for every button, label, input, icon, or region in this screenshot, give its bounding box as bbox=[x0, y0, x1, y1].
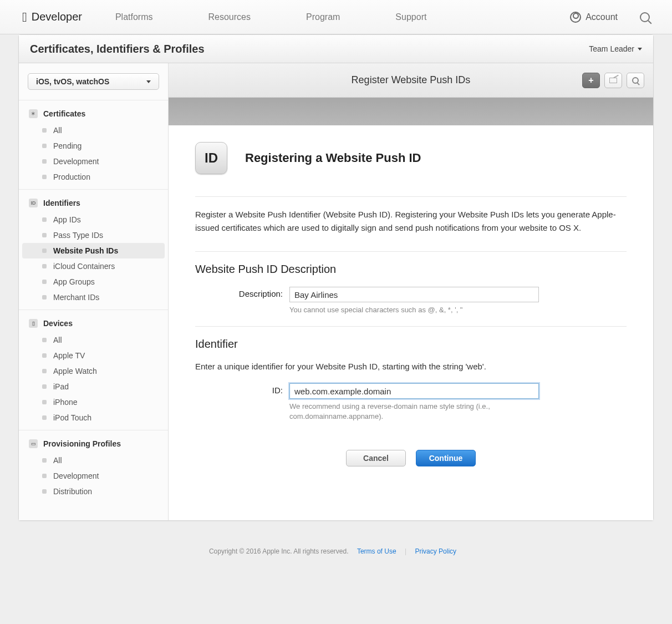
sidebar-item-website-push-ids[interactable]: Website Push IDs bbox=[22, 243, 165, 258]
bullet-icon bbox=[42, 264, 47, 268]
sidebar-item-dev-all[interactable]: All bbox=[22, 332, 165, 348]
bullet-icon bbox=[42, 144, 47, 148]
sidebar-item-app-ids[interactable]: App IDs bbox=[22, 212, 165, 227]
continue-button[interactable]: Continue bbox=[416, 450, 476, 466]
bullet-icon bbox=[42, 175, 47, 179]
privacy-link[interactable]: Privacy Policy bbox=[415, 547, 456, 555]
document-icon: ▭ bbox=[29, 439, 38, 448]
top-nav-links: Platforms Resources Program Support bbox=[115, 12, 570, 22]
plus-icon: + bbox=[588, 75, 593, 85]
sidebar-head-certificates: ✶ Certificates bbox=[19, 105, 168, 123]
main-panel: Certificates, Identifiers & Profiles Tea… bbox=[18, 34, 654, 521]
brand-label[interactable]: Developer bbox=[32, 11, 82, 23]
description-section-title: Website Push ID Description bbox=[195, 263, 627, 276]
button-row: Cancel Continue bbox=[195, 450, 627, 466]
account-label: Account bbox=[586, 12, 618, 22]
bullet-icon bbox=[42, 217, 47, 222]
platform-label: iOS, tvOS, watchOS bbox=[36, 77, 109, 86]
description-row: Description: You cannot use special char… bbox=[195, 287, 627, 315]
sidebar-item-dev-applewatch[interactable]: Apple Watch bbox=[22, 363, 165, 379]
chevron-down-icon bbox=[146, 80, 151, 83]
nav-program[interactable]: Program bbox=[306, 12, 340, 22]
bullet-icon bbox=[42, 295, 47, 300]
bullet-icon bbox=[42, 369, 47, 373]
sidebar-item-app-groups[interactable]: App Groups bbox=[22, 274, 165, 290]
identifier-subtext: Enter a unique identifier for your Websi… bbox=[195, 362, 627, 371]
sidebar-item-merchant-ids[interactable]: Merchant IDs bbox=[22, 290, 165, 305]
search-icon[interactable] bbox=[640, 12, 650, 22]
description-input[interactable] bbox=[289, 287, 539, 302]
bullet-icon bbox=[42, 128, 47, 133]
bullet-icon bbox=[42, 400, 47, 404]
bullet-icon bbox=[42, 415, 47, 420]
search-button[interactable] bbox=[627, 73, 644, 88]
sidebar-item-prof-development[interactable]: Development bbox=[22, 468, 165, 484]
main-header-title: Register Website Push IDs bbox=[352, 74, 471, 86]
sidebar-item-prof-all[interactable]: All bbox=[22, 453, 165, 468]
bullet-icon bbox=[42, 474, 47, 478]
id-icon: ID bbox=[29, 199, 38, 207]
add-button[interactable]: + bbox=[582, 73, 600, 88]
identifier-label: ID: bbox=[195, 383, 289, 395]
cancel-button[interactable]: Cancel bbox=[346, 450, 406, 466]
bullet-icon bbox=[42, 248, 47, 253]
identifier-section-title: Identifier bbox=[195, 338, 627, 351]
sidebar-section-certificates: ✶ Certificates All Pending Development P… bbox=[19, 100, 168, 189]
identifier-input[interactable] bbox=[289, 383, 539, 399]
bullet-icon bbox=[42, 338, 47, 342]
sidebar-item-dev-ipod[interactable]: iPod Touch bbox=[22, 410, 165, 425]
edit-button[interactable] bbox=[604, 73, 622, 88]
nav-support[interactable]: Support bbox=[395, 12, 426, 22]
title-bar: Certificates, Identifiers & Profiles Tea… bbox=[19, 35, 653, 63]
platform-dropdown[interactable]: iOS, tvOS, watchOS bbox=[28, 73, 159, 90]
apple-logo-icon:  bbox=[22, 9, 27, 25]
certificate-icon: ✶ bbox=[29, 109, 38, 118]
device-icon: ▯ bbox=[29, 319, 38, 328]
sidebar-item-dev-iphone[interactable]: iPhone bbox=[22, 394, 165, 410]
sidebar-item-icloud-containers[interactable]: iCloud Containers bbox=[22, 258, 165, 274]
sidebar-item-pass-type-ids[interactable]: Pass Type IDs bbox=[22, 227, 165, 243]
content-heading: Registering a Website Push ID bbox=[245, 151, 421, 165]
id-badge-icon: ID bbox=[195, 142, 227, 174]
sidebar-item-cert-all[interactable]: All bbox=[22, 123, 165, 138]
bullet-icon bbox=[42, 233, 47, 237]
content-body: ID Registering a Website Push ID Registe… bbox=[169, 125, 653, 489]
sidebar-item-dev-appletv[interactable]: Apple TV bbox=[22, 348, 165, 363]
sidebar: iOS, tvOS, watchOS ✶ Certificates All Pe… bbox=[19, 63, 169, 520]
terms-link[interactable]: Terms of Use bbox=[357, 547, 396, 555]
nav-resources[interactable]: Resources bbox=[208, 12, 251, 22]
separator bbox=[195, 326, 627, 327]
content-head: ID Registering a Website Push ID bbox=[195, 142, 627, 174]
sidebar-head-devices: ▯ Devices bbox=[19, 314, 168, 332]
sidebar-head-identifiers: ID Identifiers bbox=[19, 194, 168, 212]
role-selector[interactable]: Team Leader bbox=[589, 44, 642, 53]
copyright: Copyright © 2016 Apple Inc. All rights r… bbox=[209, 547, 349, 555]
description-hint: You cannot use special characters such a… bbox=[289, 305, 539, 315]
description-label: Description: bbox=[195, 287, 289, 298]
bullet-icon bbox=[42, 280, 47, 284]
sidebar-item-cert-production[interactable]: Production bbox=[22, 169, 165, 185]
role-label: Team Leader bbox=[589, 44, 634, 53]
bullet-icon bbox=[42, 458, 47, 463]
chevron-down-icon bbox=[638, 48, 642, 50]
bullet-icon bbox=[42, 384, 47, 389]
gray-strip bbox=[169, 98, 653, 125]
sidebar-item-cert-development[interactable]: Development bbox=[22, 154, 165, 169]
sidebar-head-profiles: ▭ Provisioning Profiles bbox=[19, 435, 168, 453]
identifier-row: ID: We recommend using a reverse-domain … bbox=[195, 383, 627, 422]
main-header: Register Website Push IDs + bbox=[169, 63, 653, 98]
account-link[interactable]: Account bbox=[570, 12, 618, 23]
top-navigation:  Developer Platforms Resources Program … bbox=[0, 0, 672, 34]
nav-platforms[interactable]: Platforms bbox=[115, 12, 153, 22]
bullet-icon bbox=[42, 353, 47, 358]
main-actions: + bbox=[582, 73, 644, 88]
sidebar-item-dev-ipad[interactable]: iPad bbox=[22, 379, 165, 394]
footer: Copyright © 2016 Apple Inc. All rights r… bbox=[0, 537, 672, 577]
sidebar-item-cert-pending[interactable]: Pending bbox=[22, 138, 165, 154]
edit-icon bbox=[609, 78, 617, 83]
separator bbox=[195, 196, 627, 197]
sidebar-item-prof-distribution[interactable]: Distribution bbox=[22, 484, 165, 499]
separator bbox=[195, 251, 627, 252]
main-content: Register Website Push IDs + ID Registeri… bbox=[169, 63, 653, 520]
user-icon bbox=[570, 12, 581, 23]
